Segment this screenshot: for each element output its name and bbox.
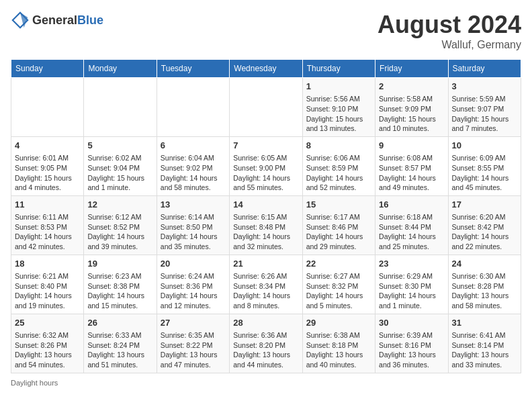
calendar-week-row: 4Sunrise: 6:01 AM Sunset: 9:05 PM Daylig… [11,136,521,195]
calendar-cell: 28Sunrise: 6:36 AM Sunset: 8:20 PM Dayli… [230,314,302,373]
day-number: 18 [15,258,80,270]
logo: GeneralBlue [11,11,103,30]
calendar-week-row: 25Sunrise: 6:32 AM Sunset: 8:26 PM Dayli… [11,314,521,373]
calendar-header-tuesday: Tuesday [157,60,229,78]
day-number: 30 [379,317,444,329]
logo-general: General [32,13,77,27]
calendar-cell: 14Sunrise: 6:15 AM Sunset: 8:48 PM Dayli… [230,195,302,255]
day-number: 26 [87,317,152,329]
calendar-cell: 2Sunrise: 5:58 AM Sunset: 9:09 PM Daylig… [375,78,448,137]
calendar-cell: 6Sunrise: 6:04 AM Sunset: 9:02 PM Daylig… [157,136,229,195]
day-info: Sunrise: 6:24 AM Sunset: 8:36 PM Dayligh… [161,271,226,311]
calendar-cell: 29Sunrise: 6:38 AM Sunset: 8:18 PM Dayli… [302,314,375,373]
calendar-cell: 11Sunrise: 6:11 AM Sunset: 8:53 PM Dayli… [11,195,84,255]
calendar-week-row: 18Sunrise: 6:21 AM Sunset: 8:40 PM Dayli… [11,255,521,314]
day-info: Sunrise: 6:35 AM Sunset: 8:22 PM Dayligh… [161,330,226,370]
day-number: 21 [233,258,298,270]
calendar-cell: 22Sunrise: 6:27 AM Sunset: 8:32 PM Dayli… [302,255,375,314]
calendar-cell: 8Sunrise: 6:06 AM Sunset: 8:59 PM Daylig… [302,136,375,195]
day-number: 24 [452,258,517,270]
day-number: 13 [161,199,226,211]
day-number: 3 [452,81,517,93]
location-title: Walluf, Germany [378,39,521,51]
day-number: 20 [161,258,226,270]
calendar-header-monday: Monday [84,60,157,78]
day-number: 10 [452,140,517,152]
day-info: Sunrise: 6:15 AM Sunset: 8:48 PM Dayligh… [233,212,298,252]
calendar-cell: 9Sunrise: 6:08 AM Sunset: 8:57 PM Daylig… [375,136,448,195]
day-number: 29 [306,317,371,329]
calendar-cell: 7Sunrise: 6:05 AM Sunset: 9:00 PM Daylig… [230,136,302,195]
svg-marker-1 [20,13,28,28]
day-info: Sunrise: 6:36 AM Sunset: 8:20 PM Dayligh… [233,330,298,370]
day-info: Sunrise: 6:09 AM Sunset: 8:55 PM Dayligh… [452,153,517,193]
day-number: 28 [233,317,298,329]
day-number: 6 [161,140,226,152]
calendar-cell: 3Sunrise: 5:59 AM Sunset: 9:07 PM Daylig… [448,78,521,137]
day-info: Sunrise: 5:58 AM Sunset: 9:09 PM Dayligh… [379,94,444,134]
day-number: 9 [379,140,444,152]
day-number: 12 [87,199,152,211]
day-number: 31 [452,317,517,329]
calendar-cell: 15Sunrise: 6:17 AM Sunset: 8:46 PM Dayli… [302,195,375,255]
day-number: 11 [15,199,80,211]
day-info: Sunrise: 6:26 AM Sunset: 8:34 PM Dayligh… [233,271,298,311]
day-info: Sunrise: 6:20 AM Sunset: 8:42 PM Dayligh… [452,212,517,252]
page-header: GeneralBlue August 2024 Walluf, Germany [11,11,521,51]
day-number: 7 [233,140,298,152]
day-number: 19 [87,258,152,270]
day-number: 2 [379,81,444,93]
day-info: Sunrise: 6:04 AM Sunset: 9:02 PM Dayligh… [161,153,226,193]
logo-icon [11,11,30,30]
day-info: Sunrise: 6:32 AM Sunset: 8:26 PM Dayligh… [15,330,80,370]
calendar-cell: 12Sunrise: 6:12 AM Sunset: 8:52 PM Dayli… [84,195,157,255]
day-info: Sunrise: 5:56 AM Sunset: 9:10 PM Dayligh… [306,94,371,134]
day-info: Sunrise: 6:14 AM Sunset: 8:50 PM Dayligh… [161,212,226,252]
day-number: 5 [87,140,152,152]
calendar-cell: 26Sunrise: 6:33 AM Sunset: 8:24 PM Dayli… [84,314,157,373]
calendar-cell: 25Sunrise: 6:32 AM Sunset: 8:26 PM Dayli… [11,314,84,373]
calendar-header-saturday: Saturday [448,60,521,78]
calendar-header-friday: Friday [375,60,448,78]
calendar-cell [11,78,84,137]
calendar-cell [230,78,302,137]
day-info: Sunrise: 6:33 AM Sunset: 8:24 PM Dayligh… [87,330,152,370]
calendar-cell: 5Sunrise: 6:02 AM Sunset: 9:04 PM Daylig… [84,136,157,195]
footer-note: Daylight hours [11,379,521,387]
day-info: Sunrise: 6:39 AM Sunset: 8:16 PM Dayligh… [379,330,444,370]
calendar-cell: 18Sunrise: 6:21 AM Sunset: 8:40 PM Dayli… [11,255,84,314]
day-info: Sunrise: 6:02 AM Sunset: 9:04 PM Dayligh… [87,153,152,193]
day-number: 22 [306,258,371,270]
day-number: 1 [306,81,371,93]
day-info: Sunrise: 5:59 AM Sunset: 9:07 PM Dayligh… [452,94,517,134]
calendar-table: SundayMondayTuesdayWednesdayThursdayFrid… [11,59,521,373]
day-number: 23 [379,258,444,270]
day-info: Sunrise: 6:41 AM Sunset: 8:14 PM Dayligh… [452,330,517,370]
calendar-header-thursday: Thursday [302,60,375,78]
calendar-cell: 21Sunrise: 6:26 AM Sunset: 8:34 PM Dayli… [230,255,302,314]
day-info: Sunrise: 6:23 AM Sunset: 8:38 PM Dayligh… [87,271,152,311]
calendar-cell: 19Sunrise: 6:23 AM Sunset: 8:38 PM Dayli… [84,255,157,314]
day-number: 8 [306,140,371,152]
day-info: Sunrise: 6:08 AM Sunset: 8:57 PM Dayligh… [379,153,444,193]
day-number: 16 [379,199,444,211]
day-info: Sunrise: 6:11 AM Sunset: 8:53 PM Dayligh… [15,212,80,252]
calendar-cell: 20Sunrise: 6:24 AM Sunset: 8:36 PM Dayli… [157,255,229,314]
calendar-cell: 13Sunrise: 6:14 AM Sunset: 8:50 PM Dayli… [157,195,229,255]
calendar-cell: 27Sunrise: 6:35 AM Sunset: 8:22 PM Dayli… [157,314,229,373]
calendar-cell: 30Sunrise: 6:39 AM Sunset: 8:16 PM Dayli… [375,314,448,373]
calendar-cell: 16Sunrise: 6:18 AM Sunset: 8:44 PM Dayli… [375,195,448,255]
calendar-header-row: SundayMondayTuesdayWednesdayThursdayFrid… [11,60,521,78]
day-info: Sunrise: 6:12 AM Sunset: 8:52 PM Dayligh… [87,212,152,252]
day-info: Sunrise: 6:18 AM Sunset: 8:44 PM Dayligh… [379,212,444,252]
day-number: 27 [161,317,226,329]
title-block: August 2024 Walluf, Germany [378,11,521,51]
calendar-cell: 1Sunrise: 5:56 AM Sunset: 9:10 PM Daylig… [302,78,375,137]
day-info: Sunrise: 6:17 AM Sunset: 8:46 PM Dayligh… [306,212,371,252]
calendar-week-row: 11Sunrise: 6:11 AM Sunset: 8:53 PM Dayli… [11,195,521,255]
calendar-header-wednesday: Wednesday [230,60,302,78]
day-number: 14 [233,199,298,211]
calendar-header-sunday: Sunday [11,60,84,78]
calendar-cell: 31Sunrise: 6:41 AM Sunset: 8:14 PM Dayli… [448,314,521,373]
day-info: Sunrise: 6:30 AM Sunset: 8:28 PM Dayligh… [452,271,517,311]
